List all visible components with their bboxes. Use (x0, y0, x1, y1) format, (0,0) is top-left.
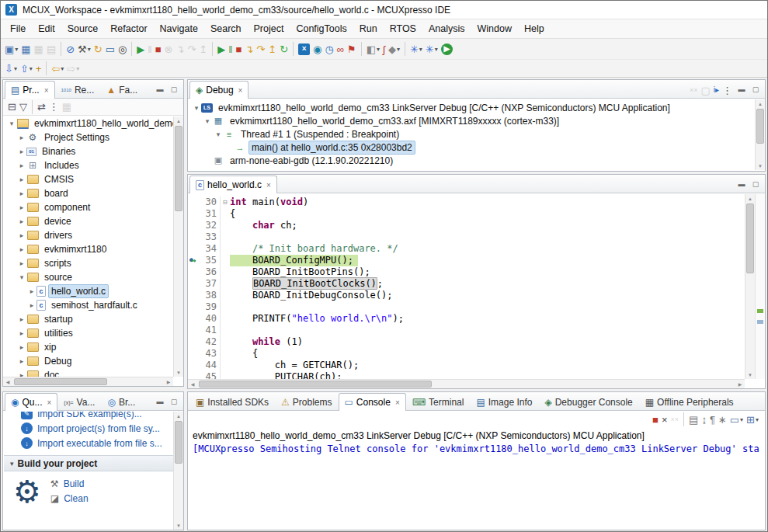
tree-item-semihost-hardfault-c[interactable]: ▸csemihost_hardfault.c (4, 298, 173, 312)
code-line-40[interactable]: 40 PRINTF("hello world.\r\n"); (189, 313, 745, 325)
print-button[interactable]: ▤ (45, 41, 57, 57)
scroll-down-icon[interactable]: ▼ (745, 370, 755, 379)
code-line-39[interactable]: 39 (189, 301, 745, 313)
quickstart-tab-va[interactable]: (x)=Va... (57, 393, 101, 411)
scroll-right-icon[interactable]: ▶ (164, 377, 173, 386)
fold-collapse-icon[interactable]: ⊟ (220, 196, 230, 208)
minimize-button[interactable]: ▬ (154, 83, 166, 96)
breakpoint-margin[interactable] (189, 220, 200, 231)
pin-console-button[interactable]: ∗ (717, 412, 728, 427)
remove-launch-button[interactable]: × (660, 412, 669, 427)
expand-icon[interactable]: ▸ (17, 329, 26, 337)
tree-item-device[interactable]: ▸device (4, 214, 173, 228)
editor-horizontal-scrollbar[interactable]: ◀ ▶ (188, 379, 745, 388)
collapse-icon[interactable]: ▾ (17, 273, 26, 281)
maximize-button[interactable]: ▢ (749, 83, 762, 96)
tree-item-project-settings[interactable]: ▸⚙Project Settings (4, 130, 173, 144)
filter-tree-button[interactable]: ▽ (18, 99, 29, 115)
tree-item-includes[interactable]: ▸⊞Includes (4, 158, 173, 172)
expand-icon[interactable]: ▸ (17, 371, 26, 377)
expand-icon[interactable]: ▸ (27, 287, 36, 295)
collapse-icon[interactable]: ▾ (203, 117, 212, 125)
breakpoint-margin[interactable] (189, 371, 200, 379)
link-with-editor-button[interactable]: ⇄ (36, 99, 47, 115)
remove-all-terminated-button[interactable]: ×× (669, 412, 681, 427)
debug-step-over-button[interactable]: ↷ (255, 41, 266, 57)
tree-item-scripts[interactable]: ▸scripts (4, 256, 173, 270)
tree-item-cmsis[interactable]: ▸CMSIS (4, 172, 173, 186)
disconnect-button[interactable]: ⊗ (163, 41, 175, 57)
menu-edit[interactable]: Edit (32, 21, 61, 37)
code-line-30[interactable]: 30⊟int main(void) (189, 196, 745, 208)
scroll-left-icon[interactable]: ◀ (3, 377, 12, 386)
console-tab-console[interactable]: ▭Console× (339, 393, 406, 411)
tree-item-utilities[interactable]: ▸utilities (4, 326, 173, 340)
maximize-button[interactable]: ▢ (168, 395, 180, 408)
scrollbar-thumb[interactable] (175, 421, 182, 464)
explorer-horizontal-scrollbar[interactable]: ◀ ▶ (3, 377, 173, 386)
code-line-36[interactable]: 36 BOARD_InitBootPins(); (189, 266, 745, 278)
overview-mark-current-line[interactable] (757, 309, 763, 313)
console-tab-installed-sdks[interactable]: ▣Installed SDKs (189, 393, 275, 411)
scroll-down-icon[interactable]: ▼ (174, 368, 183, 377)
quick-settings-button[interactable]: ▶ (440, 41, 454, 57)
lib-config-button[interactable]: ◆▾ (387, 41, 401, 57)
collapse-all-button[interactable]: ⊟ (6, 99, 18, 115)
maximize-button[interactable]: ▢ (749, 178, 762, 190)
suspend-button[interactable]: ‖ (146, 41, 153, 57)
tree-item-drivers[interactable]: ▸drivers (4, 228, 173, 242)
last-edit-location-button[interactable]: + (34, 61, 43, 76)
pins-tool-button[interactable]: ◉ (311, 41, 323, 57)
breakpoint-margin[interactable] (189, 196, 200, 208)
console-tab-problems[interactable]: ⚠Problems (275, 393, 338, 411)
expand-icon[interactable]: ▸ (17, 217, 26, 225)
menu-file[interactable]: File (4, 21, 32, 37)
tree-item-arm-none-eabi-gdb-12-1-90-20221210[interactable]: ▣arm-none-eabi-gdb (12.1.90.20221210) (189, 154, 755, 167)
breakpoint-margin[interactable] (189, 231, 200, 243)
tree-item-board[interactable]: ▸board (4, 186, 173, 200)
build-section-header[interactable]: ▾ Build your project (4, 455, 173, 471)
tree-item-main-at-hello-world-c-35-0x28003bd2[interactable]: →main() at hello_world.c:35 0x28003bd2 (189, 141, 755, 154)
breakpoint-margin[interactable] (189, 348, 200, 360)
tree-item-source[interactable]: ▾source (4, 270, 173, 284)
quickstart-vertical-scrollbar[interactable]: ▲ ▼ (173, 412, 183, 530)
expand-icon[interactable]: ▸ (17, 148, 26, 155)
scroll-lock-button[interactable]: ↨ (700, 412, 708, 427)
expand-icon[interactable]: ▸ (17, 245, 26, 253)
code-line-34[interactable]: 34 /* Init board hardware. */ (189, 243, 745, 255)
scroll-up-icon[interactable]: ▲ (174, 412, 183, 420)
close-icon[interactable]: × (47, 398, 52, 407)
focus-task-button[interactable]: ▦ (61, 99, 73, 115)
breakpoint-margin[interactable] (189, 290, 200, 301)
scrollbar-thumb[interactable] (756, 109, 764, 144)
console-tab-offline-peripherals[interactable]: ▦Offline Peripherals (639, 393, 740, 411)
expand-icon[interactable]: ▸ (17, 176, 26, 183)
collapse-icon[interactable]: ▾ (7, 120, 16, 127)
tree-item-xip[interactable]: ▸xip (4, 340, 173, 354)
analysis-trace-button[interactable]: ✳▾ (408, 41, 424, 57)
close-icon[interactable]: × (238, 86, 243, 95)
menu-analysis[interactable]: Analysis (422, 21, 471, 37)
explorer-tab-fa[interactable]: ▲Fa... (100, 81, 144, 99)
code-line-33[interactable]: 33 (189, 231, 745, 243)
menu-run[interactable]: Run (353, 21, 384, 37)
energy-measurement-button[interactable]: ʃ (381, 41, 387, 57)
breakpoint-margin[interactable] (189, 278, 200, 290)
breakpoint-margin[interactable] (189, 243, 200, 255)
expand-icon[interactable]: ▸ (17, 259, 26, 267)
code-editor[interactable]: 30⊟int main(void)31{32 char ch;3334 /* I… (189, 194, 745, 379)
import-projects-link[interactable]: ↓Import project(s) from file sy... (4, 421, 173, 436)
console-tab-terminal[interactable]: ⌨Terminal (406, 393, 471, 411)
editor-vertical-scrollbar[interactable]: ▲ ▼ (745, 194, 755, 379)
breakpoint-margin[interactable] (189, 208, 200, 220)
code-line-32[interactable]: 32 char ch; (189, 220, 745, 231)
tree-item-evkmimxrt1180-hello-world-demo-cm33[interactable]: ▾evkmimxrt1180_hello_world_demo_cm33 (4, 116, 173, 130)
instruction-stepping-mode-button[interactable]: i▸ (712, 82, 721, 98)
refresh-button[interactable]: ↻ (92, 41, 104, 57)
debug-step-return-button[interactable]: ↥ (266, 41, 278, 57)
open-console-button[interactable]: ⊞▾ (745, 412, 760, 427)
tree-item-evkmimxrt1180-hello-world-demo-cm33-linkserver-debug-c-c-nxp-semiconductors-mcu-application[interactable]: ▾LSevkmimxrt1180_hello_world_demo_cm33 L… (189, 101, 755, 114)
menu-source[interactable]: Source (61, 21, 105, 37)
code-line-31[interactable]: 31{ (189, 208, 745, 220)
step-into-button[interactable]: ↴ (174, 41, 186, 57)
